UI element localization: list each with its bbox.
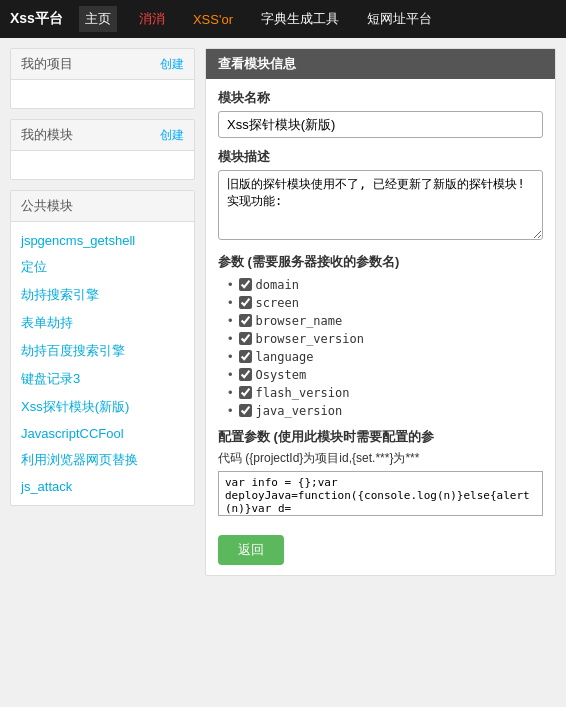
public-module-link[interactable]: Xss探针模块(新版) (21, 399, 129, 414)
bullet-icon: • (228, 367, 233, 382)
list-item: •java_version (228, 403, 543, 418)
param-checkbox[interactable] (239, 332, 252, 345)
my-modules-create-button[interactable]: 创建 (160, 127, 184, 144)
my-modules-header: 我的模块 创建 (11, 120, 194, 151)
param-name: browser_name (256, 314, 343, 328)
navbar: Xss平台 主页 消消 XSS'or 字典生成工具 短网址平台 (0, 0, 566, 38)
bullet-icon: • (228, 385, 233, 400)
right-panel-header: 查看模块信息 (206, 49, 555, 79)
param-checkbox[interactable] (239, 404, 252, 417)
my-projects-section: 我的项目 创建 (10, 48, 195, 109)
public-module-link[interactable]: 定位 (21, 259, 47, 274)
public-module-link[interactable]: 表单劫持 (21, 315, 73, 330)
public-modules-list: jspgencms_getshell定位劫持搜索引擎表单劫持劫持百度搜索引擎键盘… (11, 222, 194, 505)
list-item: 利用浏览器网页替换 (11, 446, 194, 474)
config-label: 配置参数 (使用此模块时需要配置的参 (218, 428, 543, 446)
return-button[interactable]: 返回 (218, 535, 284, 565)
navbar-item-dict[interactable]: 字典生成工具 (255, 6, 345, 32)
list-item: js_attack (11, 474, 194, 499)
code-textarea[interactable] (218, 471, 543, 516)
public-module-link[interactable]: 劫持百度搜索引擎 (21, 343, 125, 358)
code-label: 代码 ({projectId}为项目id,{set.***}为*** (218, 450, 543, 467)
param-name: Osystem (256, 368, 307, 382)
public-module-link[interactable]: jspgencms_getshell (21, 233, 135, 248)
public-module-link[interactable]: 利用浏览器网页替换 (21, 452, 138, 467)
my-projects-header: 我的项目 创建 (11, 49, 194, 80)
list-item: JavascriptCCFool (11, 421, 194, 446)
navbar-item-home[interactable]: 主页 (79, 6, 117, 32)
param-name: flash_version (256, 386, 350, 400)
module-name-group: 模块名称 (218, 89, 543, 138)
param-checkbox[interactable] (239, 278, 252, 291)
list-item: jspgencms_getshell (11, 228, 194, 253)
config-section: 配置参数 (使用此模块时需要配置的参 代码 ({projectId}为项目id,… (218, 428, 543, 519)
public-module-link[interactable]: js_attack (21, 479, 72, 494)
my-projects-title: 我的项目 (21, 55, 73, 73)
module-desc-textarea[interactable] (218, 170, 543, 240)
public-module-link[interactable]: JavascriptCCFool (21, 426, 124, 441)
bullet-icon: • (228, 295, 233, 310)
bullet-icon: • (228, 277, 233, 292)
list-item: 键盘记录3 (11, 365, 194, 393)
list-item: •browser_name (228, 313, 543, 328)
params-label: 参数 (需要服务器接收的参数名) (218, 253, 543, 271)
list-item: •language (228, 349, 543, 364)
my-modules-body (11, 151, 194, 179)
public-module-link[interactable]: 键盘记录3 (21, 371, 80, 386)
list-item: 表单劫持 (11, 309, 194, 337)
public-modules-header: 公共模块 (11, 191, 194, 222)
param-checkbox[interactable] (239, 314, 252, 327)
right-panel: 查看模块信息 模块名称 模块描述 参数 (需要服务器接收的参数名) •domai… (205, 48, 556, 576)
main-layout: 我的项目 创建 我的模块 创建 公共模块 jspgencms_getshell定… (0, 38, 566, 586)
param-name: language (256, 350, 314, 364)
params-list: •domain•screen•browser_name•browser_vers… (218, 277, 543, 418)
navbar-item-xssor[interactable]: XSS'or (187, 8, 239, 31)
list-item: 劫持搜索引擎 (11, 281, 194, 309)
list-item: •screen (228, 295, 543, 310)
public-module-link[interactable]: 劫持搜索引擎 (21, 287, 99, 302)
param-checkbox[interactable] (239, 368, 252, 381)
sidebar: 我的项目 创建 我的模块 创建 公共模块 jspgencms_getshell定… (10, 48, 195, 506)
my-modules-section: 我的模块 创建 (10, 119, 195, 180)
navbar-item-shorturl[interactable]: 短网址平台 (361, 6, 438, 32)
list-item: Xss探针模块(新版) (11, 393, 194, 421)
my-projects-create-button[interactable]: 创建 (160, 56, 184, 73)
my-modules-title: 我的模块 (21, 126, 73, 144)
list-item: •browser_version (228, 331, 543, 346)
list-item: •domain (228, 277, 543, 292)
param-checkbox[interactable] (239, 386, 252, 399)
list-item: •Osystem (228, 367, 543, 382)
navbar-brand: Xss平台 (10, 10, 63, 28)
list-item: •flash_version (228, 385, 543, 400)
module-desc-label: 模块描述 (218, 148, 543, 166)
module-desc-group: 模块描述 (218, 148, 543, 243)
list-item: 劫持百度搜索引擎 (11, 337, 194, 365)
right-panel-body: 模块名称 模块描述 参数 (需要服务器接收的参数名) •domain•scree… (206, 79, 555, 575)
params-section: 参数 (需要服务器接收的参数名) •domain•screen•browser_… (218, 253, 543, 418)
param-name: screen (256, 296, 299, 310)
module-name-label: 模块名称 (218, 89, 543, 107)
param-checkbox[interactable] (239, 350, 252, 363)
bullet-icon: • (228, 331, 233, 346)
module-name-input[interactable] (218, 111, 543, 138)
my-projects-body (11, 80, 194, 108)
bullet-icon: • (228, 349, 233, 364)
public-modules-title: 公共模块 (21, 197, 73, 215)
param-checkbox[interactable] (239, 296, 252, 309)
bullet-icon: • (228, 403, 233, 418)
bullet-icon: • (228, 313, 233, 328)
list-item: 定位 (11, 253, 194, 281)
param-name: browser_version (256, 332, 364, 346)
navbar-item-xiaoxiao[interactable]: 消消 (133, 6, 171, 32)
param-name: java_version (256, 404, 343, 418)
param-name: domain (256, 278, 299, 292)
public-modules-section: 公共模块 jspgencms_getshell定位劫持搜索引擎表单劫持劫持百度搜… (10, 190, 195, 506)
